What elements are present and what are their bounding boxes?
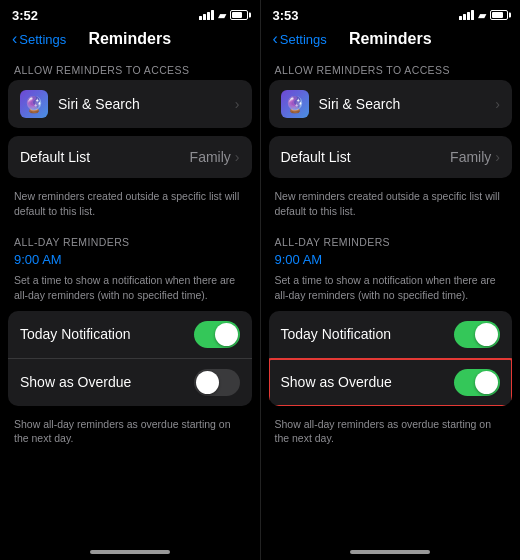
battery-icon <box>490 10 508 20</box>
time-description: Set a time to show a notification when t… <box>0 270 260 310</box>
default-list-description: New reminders created outside a specific… <box>261 186 521 226</box>
show-as-overdue-label: Show as Overdue <box>281 374 455 390</box>
default-list-group: Default ListFamily› <box>269 136 513 178</box>
siri-icon: 🔮 <box>20 90 48 118</box>
today-notification-row[interactable]: Today Notification <box>8 311 252 359</box>
time-description: Set a time to show a notification when t… <box>261 270 521 310</box>
siri-label: Siri & Search <box>58 96 235 112</box>
today-notification-label: Today Notification <box>281 326 455 342</box>
status-bar: 3:53▰ <box>261 0 521 26</box>
back-label: Settings <box>280 32 327 47</box>
siri-group: 🔮Siri & Search› <box>269 80 513 128</box>
show-as-overdue-row[interactable]: Show as Overdue <box>269 359 513 406</box>
default-list-row[interactable]: Default ListFamily› <box>8 136 252 178</box>
default-list-value: Family <box>190 149 231 165</box>
page-title: Reminders <box>349 30 432 48</box>
status-bar: 3:52▰ <box>0 0 260 26</box>
page-title: Reminders <box>88 30 171 48</box>
all-day-section-header: ALL-DAY REMINDERS <box>0 226 260 252</box>
wifi-icon: ▰ <box>478 9 486 22</box>
nav-bar: ‹SettingsReminders <box>0 26 260 54</box>
nav-bar: ‹SettingsReminders <box>261 26 521 54</box>
all-day-group: Today NotificationShow as Overdue <box>269 311 513 406</box>
chevron-left-icon: ‹ <box>12 31 17 47</box>
default-list-label: Default List <box>281 149 451 165</box>
all-day-section-header: ALL-DAY REMINDERS <box>261 226 521 252</box>
overdue-description: Show all-day reminders as overdue starti… <box>261 414 521 454</box>
phone-panel-left: 3:52▰‹SettingsRemindersALLOW REMINDERS T… <box>0 0 261 560</box>
show-as-overdue-toggle[interactable] <box>194 369 240 396</box>
time-value[interactable]: 9:00 AM <box>0 252 260 270</box>
time-value[interactable]: 9:00 AM <box>261 252 521 270</box>
default-list-description: New reminders created outside a specific… <box>0 186 260 226</box>
back-label: Settings <box>19 32 66 47</box>
signal-icon <box>459 10 474 20</box>
today-notification-toggle[interactable] <box>194 321 240 348</box>
all-day-group: Today NotificationShow as Overdue <box>8 311 252 406</box>
siri-label: Siri & Search <box>319 96 496 112</box>
show-as-overdue-toggle[interactable] <box>454 369 500 396</box>
siri-search-row[interactable]: 🔮Siri & Search› <box>269 80 513 128</box>
chevron-right-icon: › <box>235 96 240 112</box>
battery-icon <box>230 10 248 20</box>
chevron-right-icon: › <box>495 149 500 165</box>
back-button[interactable]: ‹Settings <box>273 31 327 47</box>
status-icons: ▰ <box>199 9 248 22</box>
default-list-row[interactable]: Default ListFamily› <box>269 136 513 178</box>
siri-icon: 🔮 <box>281 90 309 118</box>
wifi-icon: ▰ <box>218 9 226 22</box>
signal-icon <box>199 10 214 20</box>
show-as-overdue-label: Show as Overdue <box>20 374 194 390</box>
chevron-left-icon: ‹ <box>273 31 278 47</box>
allow-section-header: ALLOW REMINDERS TO ACCESS <box>261 54 521 80</box>
status-icons: ▰ <box>459 9 508 22</box>
default-list-value: Family <box>450 149 491 165</box>
today-notification-row[interactable]: Today Notification <box>269 311 513 359</box>
chevron-right-icon: › <box>495 96 500 112</box>
phone-panel-right: 3:53▰‹SettingsRemindersALLOW REMINDERS T… <box>261 0 521 560</box>
today-notification-toggle[interactable] <box>454 321 500 348</box>
show-as-overdue-row[interactable]: Show as Overdue <box>8 359 252 406</box>
home-indicator <box>350 550 430 554</box>
default-list-label: Default List <box>20 149 190 165</box>
allow-section-header: ALLOW REMINDERS TO ACCESS <box>0 54 260 80</box>
today-notification-label: Today Notification <box>20 326 194 342</box>
overdue-description: Show all-day reminders as overdue starti… <box>0 414 260 454</box>
siri-search-row[interactable]: 🔮Siri & Search› <box>8 80 252 128</box>
siri-group: 🔮Siri & Search› <box>8 80 252 128</box>
home-indicator <box>90 550 170 554</box>
status-time: 3:53 <box>273 8 299 23</box>
status-time: 3:52 <box>12 8 38 23</box>
default-list-group: Default ListFamily› <box>8 136 252 178</box>
chevron-right-icon: › <box>235 149 240 165</box>
back-button[interactable]: ‹Settings <box>12 31 66 47</box>
